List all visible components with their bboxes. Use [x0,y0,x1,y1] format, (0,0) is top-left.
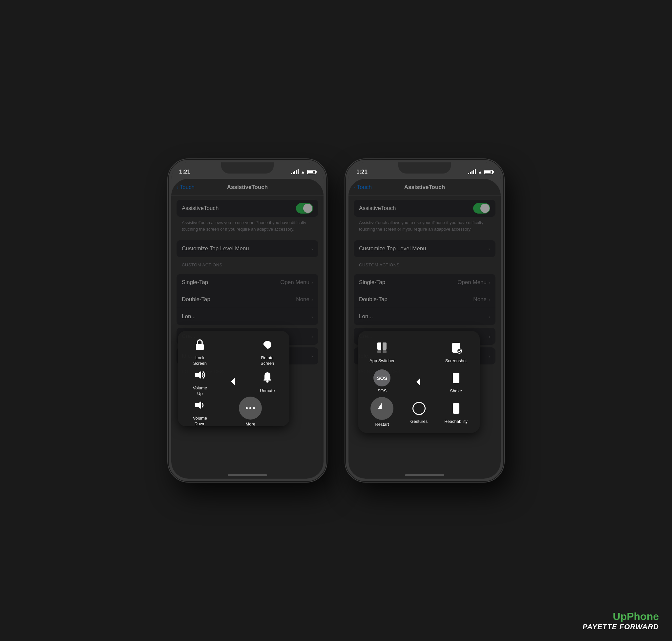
watermark-phone: Phone [627,611,659,622]
at-back-right[interactable] [401,367,438,397]
app-switcher-icon [373,339,390,356]
volume-up-button[interactable] [169,231,169,251]
svg-rect-6 [382,342,387,350]
back-arrow-svg [227,375,240,388]
volume-up-label: VolumeUp [193,385,207,397]
battery-icon-left [307,170,315,174]
at-menu-grid-left: LockScreen RotateScreen [183,336,284,421]
volume-up-button-right[interactable] [346,231,347,251]
svg-marker-23 [379,405,381,408]
gestures-icon [411,400,428,417]
volume-down-svg [193,398,206,412]
svg-rect-0 [196,344,204,350]
more-btn[interactable] [239,397,262,420]
time-left: 1:21 [179,168,190,175]
reachability-svg [449,402,463,415]
dot3 [253,407,255,409]
volume-up-icon [191,366,209,383]
app-switcher-label: App Switcher [369,358,395,364]
watermark-upphone: UpPhone [582,611,659,623]
volume-down-button[interactable] [169,256,169,275]
at-restart[interactable]: Restart [364,397,401,427]
volume-down-label: VolumeDown [193,415,207,427]
screen-left: 1:21 ▲ [171,162,324,479]
more-label: More [246,422,256,427]
bell-svg [261,371,274,384]
watermark-up-accent: Up [613,611,627,622]
svg-rect-7 [382,350,387,353]
phones-container: 1:21 ▲ [169,160,503,481]
at-rotate-screen[interactable]: RotateScreen [250,336,284,366]
lock-screen-label: LockScreen [193,355,207,366]
gestures-label: Gestures [411,419,428,424]
back-svg-right [413,375,426,388]
signal-icon-left [291,169,299,174]
at-shake[interactable]: Shake [438,367,474,397]
svg-line-19 [451,380,452,381]
shake-label: Shake [450,388,462,394]
at-menu-right[interactable]: App Switcher [358,331,480,433]
unmute-icon [259,369,276,386]
svg-rect-14 [453,373,459,383]
svg-rect-3 [264,380,271,381]
restart-circle [371,397,393,420]
at-sos[interactable]: SOS SOS [364,367,401,397]
at-reachability[interactable]: Reachability [438,397,474,427]
reachability-label: Reachability [444,419,468,424]
watermark-payette: PAYETTE FORWARD [582,623,659,631]
gestures-circle [413,402,426,415]
phone-right: 1:21 ▲ [346,160,503,481]
restart-btn[interactable] [371,397,393,420]
volume-down-icon [191,397,209,414]
volume-up-svg [193,368,206,382]
back-icon-right [411,373,428,390]
at-app-switcher[interactable]: App Switcher [364,336,401,367]
at-lock-screen[interactable]: LockScreen [183,336,217,366]
rotate-icon [261,338,274,351]
dot1 [246,407,248,409]
wifi-icon-right: ▲ [478,169,482,175]
back-arrow-icon [225,373,242,390]
svg-marker-1 [195,371,201,379]
notch-left [221,162,274,174]
svg-marker-4 [195,401,201,409]
shake-svg [449,371,463,384]
at-back[interactable] [217,366,251,397]
phone-left: 1:21 ▲ [169,160,326,481]
lock-screen-icon [191,336,209,353]
fade-overlay-left [171,179,324,479]
volume-down-button-right[interactable] [346,256,347,275]
time-right: 1:21 [357,168,367,175]
reachability-icon [447,400,465,417]
settings-content-left: ‹ Touch AssistiveTouch AssistiveTouch As… [171,179,324,479]
at-menu-left[interactable]: LockScreen RotateScreen [178,331,290,426]
status-icons-left: ▲ [291,169,315,175]
lock-icon [193,338,206,351]
restart-svg [375,402,389,415]
svg-line-17 [451,375,452,376]
at-more[interactable]: More [239,397,262,427]
app-switcher-svg [375,341,389,354]
at-volume-down[interactable]: VolumeDown [183,397,217,427]
more-dots [246,407,255,409]
sos-label: SOS [378,388,387,394]
signal-icon-right [468,169,476,174]
at-gestures[interactable]: Gestures [401,397,438,427]
svg-point-2 [266,381,268,383]
status-icons-right: ▲ [468,169,493,175]
shake-icon [447,369,465,386]
fade-overlay-right [348,179,501,479]
at-volume-up[interactable]: VolumeUp [183,366,217,397]
screen-right: 1:21 ▲ [348,162,501,479]
watermark: UpPhone PAYETTE FORWARD [582,611,659,631]
notch-right [398,162,451,174]
sos-icon: SOS [373,369,390,386]
screenshot-icon [447,339,465,356]
at-unmute[interactable]: Unmute [250,366,284,397]
svg-rect-8 [377,350,381,353]
screenshot-svg [449,341,463,354]
at-screenshot[interactable]: Screenshot [438,336,474,367]
restart-label: Restart [375,422,389,427]
battery-icon-right [484,170,493,174]
rotate-screen-label: RotateScreen [260,355,274,366]
